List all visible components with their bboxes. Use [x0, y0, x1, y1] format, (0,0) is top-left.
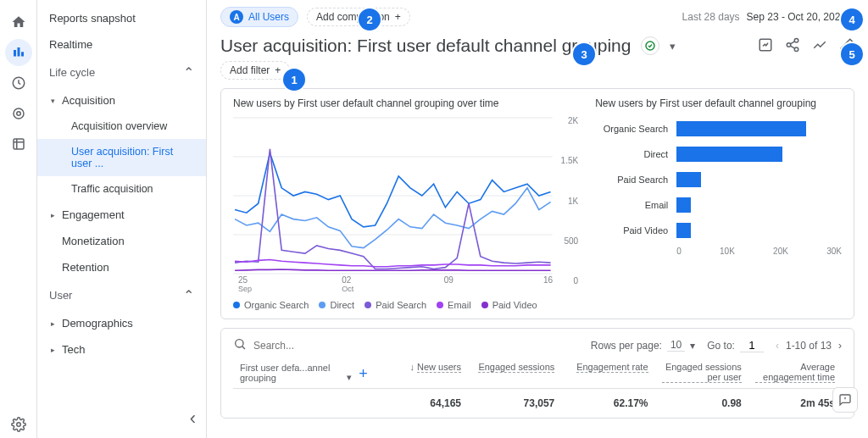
nav-user-section[interactable]: User⌃: [37, 280, 206, 310]
charts-card: New users by First user default channel …: [220, 88, 854, 319]
total-engagement-rate: 62.17%: [561, 397, 654, 409]
col-new-users[interactable]: New users: [417, 362, 461, 373]
triangle-right-icon: ▸: [51, 346, 55, 354]
nav-acquisition[interactable]: ▾Acquisition: [37, 87, 206, 114]
col-engaged-sessions[interactable]: Engaged sessions: [478, 362, 554, 373]
rail-advertising[interactable]: [5, 100, 32, 127]
nav-reports-snapshot[interactable]: Reports snapshot: [37, 5, 206, 31]
svg-point-4: [16, 423, 20, 427]
date-range-label: Last 28 days: [682, 11, 740, 23]
insights-icon[interactable]: [758, 37, 773, 55]
share-icon[interactable]: [785, 37, 800, 55]
col-eng-sess-per-user[interactable]: Engaged sessions per user: [662, 362, 742, 383]
prev-page[interactable]: ‹: [776, 340, 779, 352]
add-filter[interactable]: Add filter +: [220, 61, 290, 80]
nav-engagement[interactable]: ▸Engagement: [37, 202, 206, 228]
chevron-up-icon: ⌃: [183, 64, 194, 80]
nav-user-label: User: [49, 289, 72, 302]
total-eng-sess-per-user: 0.98: [655, 397, 748, 409]
rail-reports[interactable]: [5, 39, 32, 66]
chevron-down-icon[interactable]: ▾: [347, 372, 352, 383]
col-avg-eng-time[interactable]: Average engagement time: [755, 362, 835, 383]
nav-tech[interactable]: ▸Tech: [37, 336, 206, 363]
add-dimension[interactable]: +: [359, 365, 368, 383]
triangle-down-icon: ▾: [51, 97, 55, 105]
rpp-label: Rows per page:: [591, 340, 662, 352]
rpp-value[interactable]: 10: [667, 339, 685, 352]
date-range-picker[interactable]: Last 28 days Sep 23 - Oct 20, 2022 ▾: [682, 11, 854, 23]
svg-point-1: [16, 112, 20, 116]
bar-chart: Organic SearchDirectPaid SearchEmailPaid…: [595, 116, 842, 243]
nav-user-acq[interactable]: User acquisition: First user ...: [37, 139, 206, 176]
chevron-down-icon[interactable]: ▾: [670, 40, 676, 53]
date-range-value: Sep 23 - Oct 20, 2022: [747, 11, 846, 23]
nav-engagement-label: Engagement: [62, 208, 125, 221]
rail-explore[interactable]: [5, 69, 32, 97]
feedback-button[interactable]: [832, 387, 858, 413]
nav-lifecycle[interactable]: Life cycle⌃: [37, 58, 206, 87]
line-chart-title: New users by First user default channel …: [233, 97, 578, 109]
svg-point-9: [794, 47, 798, 52]
callout-3: 3: [573, 43, 595, 65]
add-filter-label: Add filter: [230, 64, 270, 76]
svg-rect-3: [14, 139, 24, 149]
nav-acq-overview[interactable]: Acquisition overview: [37, 114, 206, 139]
svg-point-8: [787, 42, 791, 47]
table-card: Rows per page: 10 ▾ Go to: ‹ 1-10 of 13 …: [220, 328, 854, 419]
dim-header[interactable]: First user defa...annel grouping: [240, 363, 340, 383]
callout-5: 5: [841, 43, 863, 65]
nav-retention-label: Retention: [62, 261, 109, 274]
nav-tech-label: Tech: [62, 343, 85, 356]
total-new-users: 64,165: [375, 397, 468, 409]
svg-point-7: [794, 38, 798, 42]
plus-icon: +: [275, 64, 281, 76]
callout-1: 1: [283, 69, 305, 91]
total-engaged-sessions: 73,057: [468, 397, 561, 409]
next-page[interactable]: ›: [838, 340, 842, 352]
nav-monetization-label: Monetization: [62, 235, 125, 247]
chip-all-users[interactable]: A All Users: [220, 7, 298, 27]
nav-traffic-acq[interactable]: Traffic acquisition: [37, 176, 206, 202]
search-icon: [233, 337, 247, 353]
chevron-up-icon: ⌃: [183, 287, 194, 303]
callout-4: 4: [841, 8, 863, 30]
nav-acquisition-label: Acquisition: [62, 94, 115, 107]
rail-home[interactable]: [5, 8, 32, 36]
page-title: User acquisition: First user default cha…: [220, 36, 631, 56]
goto-input[interactable]: [740, 339, 764, 352]
callout-2: 2: [359, 8, 381, 30]
line-chart: 2K1.5K1K5000: [233, 116, 578, 286]
chevron-down-icon[interactable]: ▾: [690, 340, 695, 352]
nav-lifecycle-label: Life cycle: [49, 66, 95, 79]
plus-icon: +: [395, 11, 401, 23]
nav-demographics-label: Demographics: [62, 317, 133, 330]
page-range: 1-10 of 13: [786, 340, 832, 352]
bar-chart-title: New users by First user default channel …: [595, 97, 842, 109]
search-input[interactable]: [253, 340, 579, 352]
status-check[interactable]: [641, 36, 659, 55]
nav-demographics[interactable]: ▸Demographics: [37, 310, 206, 336]
col-engagement-rate[interactable]: Engagement rate: [576, 362, 648, 373]
chip-all-users-label: All Users: [248, 11, 289, 23]
svg-point-2: [14, 108, 24, 119]
legend: Organic SearchDirectPaid SearchEmailPaid…: [233, 300, 578, 310]
rail-settings[interactable]: [5, 411, 32, 438]
triangle-right-icon: ▸: [51, 211, 55, 219]
nav-monetization[interactable]: ▸Monetization: [37, 228, 206, 254]
goto-label: Go to:: [707, 340, 735, 352]
triangle-right-icon: ▸: [51, 319, 55, 328]
nav-realtime[interactable]: Realtime: [37, 31, 206, 58]
total-avg-eng-time: 2m 45s: [748, 397, 842, 409]
sidebar-collapse[interactable]: ‹: [190, 408, 196, 430]
nav-retention[interactable]: ▸Retention: [37, 254, 206, 280]
trend-icon[interactable]: [812, 37, 827, 55]
rail-configure[interactable]: [5, 130, 32, 158]
svg-point-15: [236, 340, 243, 347]
audience-badge: A: [230, 10, 243, 24]
